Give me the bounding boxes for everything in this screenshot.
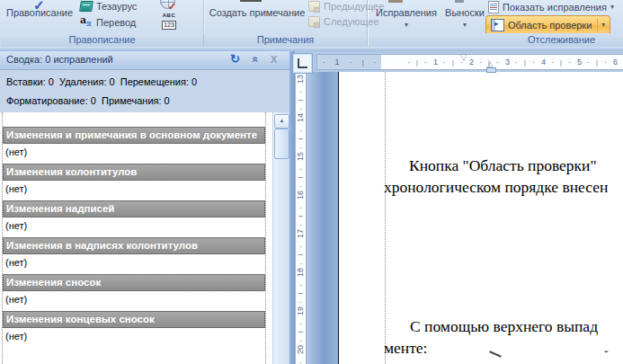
vruler-cm-cell: 13 · · <box>296 74 306 112</box>
abc-icon: ABC <box>160 13 178 19</box>
section-header: Изменения и примечания в основном докуме… <box>3 127 265 144</box>
chevron-down-icon[interactable]: ▾ <box>601 22 605 29</box>
vruler-cm-cell: 19 · · <box>296 306 306 344</box>
revision-section: Изменения и примечания в основном докуме… <box>3 127 265 158</box>
reviewing-pane-header: Сводка: 0 исправлений ↻ « X <box>0 51 289 70</box>
vruler-cm-cell: 20 · · <box>296 344 306 364</box>
section-header: Изменения колонтитулов <box>3 164 265 181</box>
section-empty-value: (нет) <box>3 331 265 342</box>
document-area: · 1 · | · · | · 1 · | · 2 · | · <box>289 51 623 364</box>
show-markup-button[interactable]: Показать исправления ▾ <box>488 1 614 13</box>
vruler-number: 15 <box>296 152 305 161</box>
first-line-indent-marker[interactable]: ▽ <box>460 52 467 62</box>
vruler-number: 19 <box>296 306 305 315</box>
ruler-number: 1 <box>433 58 438 67</box>
pane-scrollbar[interactable]: ▲ <box>272 112 289 364</box>
revision-list: Изменения и примечания в основном докуме… <box>2 112 266 364</box>
revision-section: Изменения концевых сносок (нет) <box>3 311 265 342</box>
ruler-number: 2 <box>469 58 474 67</box>
vruler-number: 16 <box>296 191 305 200</box>
vruler-number: 17 <box>296 229 305 238</box>
section-empty-value: (нет) <box>3 146 265 158</box>
language-check-icon: ✓ <box>168 1 176 13</box>
section-header: Изменения концевых сносок <box>3 311 265 328</box>
balloons-icon <box>455 0 464 3</box>
clipped-text-fragment: ˘ <box>604 349 609 363</box>
section-empty-value: (нет) <box>3 183 265 195</box>
ruler-cm-cell: · | · 2 <box>441 58 476 67</box>
horizontal-ruler: · 1 · | · · | · 1 · | · 2 · | · <box>316 54 623 70</box>
123-icon: 123 <box>162 21 176 30</box>
refresh-icon[interactable]: ↻ <box>230 52 240 66</box>
thesaurus-button[interactable]: Тезаурус <box>80 1 137 12</box>
left-indent-marker[interactable] <box>486 67 496 73</box>
chevron-down-icon[interactable]: ▾ <box>444 22 485 29</box>
reviewing-pane-icon <box>491 19 504 31</box>
doc-paragraph1-line1: Кнопка "Область проверки" <box>409 156 597 175</box>
vruler-cm-cell: 18 · · <box>296 267 306 306</box>
reviewing-pane-label: Область проверки <box>508 20 592 31</box>
group-proofing: ✓ Правописание Тезаурус ая Перевод ✓ ABC… <box>1 0 204 47</box>
group-label-comments: Примечания <box>204 33 367 47</box>
group-comments: Создать примечание Предыдущее Следующее … <box>204 0 368 47</box>
track-changes-icon <box>388 0 403 3</box>
doc-paragraph1-line2: хронологическом порядке внесен <box>384 178 608 197</box>
revision-section: Изменения в надписях колонтитулов (нет) <box>3 237 265 269</box>
group-label-proofing: Правописание <box>1 33 203 47</box>
chevron-down-icon[interactable]: ▾ <box>610 4 614 11</box>
ruler-margin-segment: · 1 · | · <box>316 54 381 70</box>
section-header: Изменения надписей <box>3 200 265 218</box>
spelling-button[interactable]: ✓ Правописание <box>3 7 76 18</box>
ruler-margin-number: 1 <box>335 58 340 67</box>
section-empty-value: (нет) <box>3 294 265 306</box>
left-tab-icon <box>298 58 307 68</box>
ribbon: ✓ Правописание Тезаурус ая Перевод ✓ ABC… <box>0 0 623 47</box>
ruler-cm-cell: · | · 6 <box>584 58 620 67</box>
vruler-number: 18 <box>296 268 305 277</box>
next-comment-icon <box>308 16 320 27</box>
divider <box>597 19 598 31</box>
vruler-cm-cell: 16 · · <box>296 190 306 228</box>
section-empty-value: (нет) <box>3 257 265 269</box>
group-label-tracking: Отслеживание <box>369 33 623 47</box>
doc-paragraph2-line1: С помощью верхнего выпад <box>410 317 598 336</box>
new-comment-icon <box>240 0 262 2</box>
ruler-number: 3 <box>505 58 510 67</box>
vruler-number: 20 <box>296 345 305 354</box>
revision-section: Изменения сносок (нет) <box>3 274 265 306</box>
new-comment-button[interactable]: Создать примечание <box>208 7 307 18</box>
balloons-button[interactable]: Выноски ▾ <box>444 7 485 29</box>
show-markup-label: Показать исправления <box>503 2 607 13</box>
vruler-cm-cell: 14 · · <box>296 112 306 151</box>
chevron-down-icon[interactable]: ▾ <box>370 22 442 29</box>
word-count-button[interactable]: ABC 123 <box>160 13 178 30</box>
workspace-background <box>307 72 338 364</box>
word-review-window: { "ribbon": { "proofing": { "label": "Пр… <box>0 0 623 364</box>
tab-selector-button[interactable] <box>292 53 313 74</box>
doc-paragraph2-line2: менте: <box>384 339 427 358</box>
vruler-number: 14 <box>296 113 305 122</box>
translate-button[interactable]: ая Перевод <box>80 16 136 28</box>
vruler-cm-cell: 17 · · <box>296 228 306 267</box>
vertical-ruler: 13 · · 14 · · 15 · · 16 · · 17 · <box>295 74 307 364</box>
collapse-icon[interactable]: « <box>249 57 262 63</box>
thesaurus-label: Тезаурус <box>96 1 137 12</box>
vruler-cm-cell: 15 · · <box>296 151 306 190</box>
scroll-up-icon[interactable]: ▲ <box>274 114 289 129</box>
section-header: Изменения в надписях колонтитулов <box>3 237 265 254</box>
balloons-label: Выноски <box>444 7 485 18</box>
summary-title: Сводка: 0 исправлений <box>6 54 113 65</box>
ruler-text-segment: · | · 1 · | · 2 · | · 3 · | · <box>381 54 623 70</box>
previous-comment-icon <box>308 1 320 12</box>
vruler-number: 13 <box>296 75 305 84</box>
stats-line-2: Форматирование: 0 Примечания: 0 <box>6 95 170 106</box>
reviewing-pane-button[interactable]: Область проверки ▾ <box>485 15 610 35</box>
new-comment-label: Создать примечание <box>209 7 306 18</box>
revision-stats: Вставки: 0 Удаления: 0 Перемещения: 0 Фо… <box>0 70 289 112</box>
ruler-number: 6 <box>613 58 618 67</box>
scrollbar-thumb[interactable] <box>274 129 289 159</box>
ruler-cm-cell: · | · 3 <box>476 58 512 67</box>
close-icon[interactable]: X <box>271 54 277 65</box>
track-changes-button[interactable]: Исправления ▾ <box>370 7 442 29</box>
group-tracking: Исправления ▾ Выноски ▾ Показать исправл… <box>369 0 623 47</box>
